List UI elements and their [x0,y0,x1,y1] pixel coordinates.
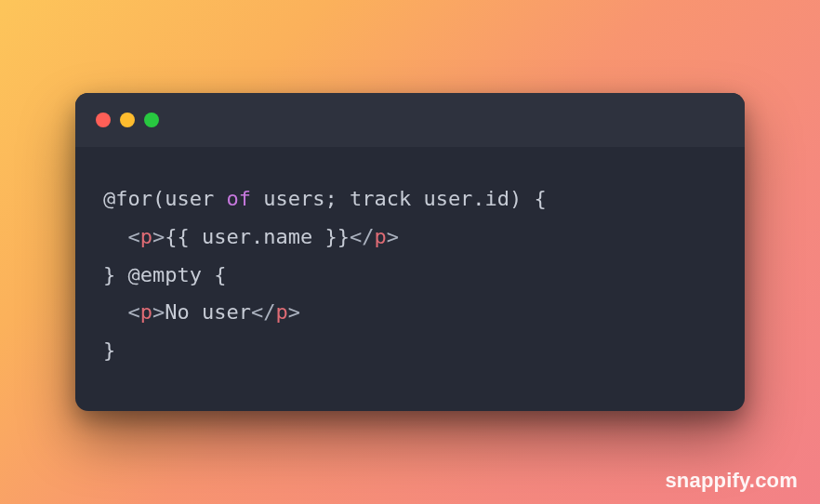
window-titlebar [75,93,745,147]
code-token: } [103,338,115,362]
code-token: of [226,187,251,210]
code-token: > [152,225,165,248]
code-token: p [140,225,152,248]
code-content: @for(user of users; track user.id) { <p>… [75,147,745,410]
code-token: < [103,300,140,324]
code-token: No user [165,300,251,324]
code-token: > [288,300,300,324]
close-icon[interactable] [96,113,111,127]
watermark: snappify.com [665,469,798,493]
code-token: } @empty { [103,263,226,286]
code-token: {{ user.name }} [165,225,350,248]
code-token: @for(user [103,187,226,210]
code-token: </ [251,300,276,324]
code-token: p [140,300,152,324]
code-token: p [275,300,287,324]
code-window: @for(user of users; track user.id) { <p>… [75,93,745,410]
code-token: </ [350,225,375,248]
code-token: users; track user.id) { [251,187,547,210]
code-token: > [152,300,165,324]
code-token: p [374,225,386,248]
code-token: > [387,225,399,248]
maximize-icon[interactable] [144,113,159,127]
code-token: < [103,225,140,248]
minimize-icon[interactable] [120,113,135,127]
